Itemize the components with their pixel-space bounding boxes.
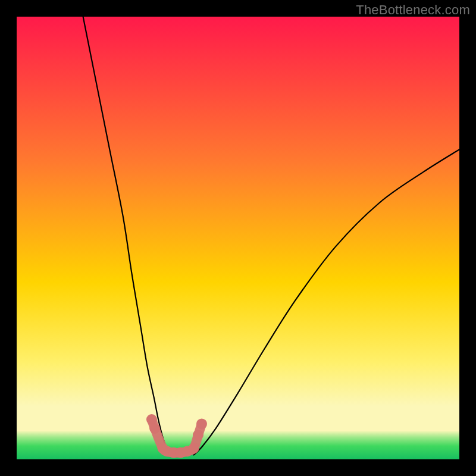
- left-curve: [83, 17, 172, 455]
- right-curve: [194, 149, 459, 455]
- data-point: [149, 423, 160, 434]
- chart-svg: [17, 17, 459, 459]
- data-point: [196, 418, 207, 429]
- watermark-text: TheBottleneck.com: [356, 2, 470, 18]
- chart-frame: TheBottleneck.com: [0, 0, 476, 476]
- chart-plot-area: [17, 17, 459, 459]
- data-point: [189, 443, 199, 453]
- data-point: [193, 430, 203, 440]
